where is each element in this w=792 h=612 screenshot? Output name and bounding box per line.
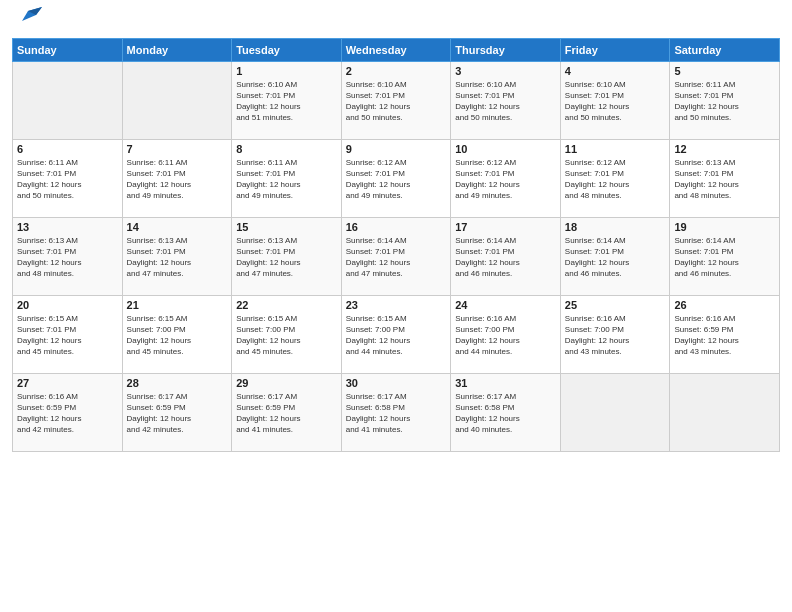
header-cell-wednesday: Wednesday <box>341 38 451 61</box>
day-cell: 26Sunrise: 6:16 AM Sunset: 6:59 PM Dayli… <box>670 295 780 373</box>
day-cell: 21Sunrise: 6:15 AM Sunset: 7:00 PM Dayli… <box>122 295 232 373</box>
day-number: 7 <box>127 143 228 155</box>
day-info: Sunrise: 6:11 AM Sunset: 7:01 PM Dayligh… <box>127 157 228 202</box>
day-number: 12 <box>674 143 775 155</box>
header-cell-sunday: Sunday <box>13 38 123 61</box>
day-number: 25 <box>565 299 666 311</box>
day-number: 20 <box>17 299 118 311</box>
header <box>12 10 780 30</box>
day-number: 3 <box>455 65 556 77</box>
day-info: Sunrise: 6:13 AM Sunset: 7:01 PM Dayligh… <box>17 235 118 280</box>
week-row-1: 1Sunrise: 6:10 AM Sunset: 7:01 PM Daylig… <box>13 61 780 139</box>
header-cell-thursday: Thursday <box>451 38 561 61</box>
logo-icon <box>14 1 42 29</box>
day-info: Sunrise: 6:15 AM Sunset: 7:00 PM Dayligh… <box>127 313 228 358</box>
day-number: 2 <box>346 65 447 77</box>
day-info: Sunrise: 6:14 AM Sunset: 7:01 PM Dayligh… <box>674 235 775 280</box>
page: SundayMondayTuesdayWednesdayThursdayFrid… <box>0 0 792 612</box>
day-info: Sunrise: 6:14 AM Sunset: 7:01 PM Dayligh… <box>455 235 556 280</box>
day-number: 1 <box>236 65 337 77</box>
day-number: 16 <box>346 221 447 233</box>
day-cell: 6Sunrise: 6:11 AM Sunset: 7:01 PM Daylig… <box>13 139 123 217</box>
header-row: SundayMondayTuesdayWednesdayThursdayFrid… <box>13 38 780 61</box>
day-info: Sunrise: 6:16 AM Sunset: 6:59 PM Dayligh… <box>17 391 118 436</box>
day-info: Sunrise: 6:17 AM Sunset: 6:58 PM Dayligh… <box>455 391 556 436</box>
day-number: 13 <box>17 221 118 233</box>
day-cell: 10Sunrise: 6:12 AM Sunset: 7:01 PM Dayli… <box>451 139 561 217</box>
day-number: 29 <box>236 377 337 389</box>
day-number: 19 <box>674 221 775 233</box>
day-cell: 8Sunrise: 6:11 AM Sunset: 7:01 PM Daylig… <box>232 139 342 217</box>
week-row-3: 13Sunrise: 6:13 AM Sunset: 7:01 PM Dayli… <box>13 217 780 295</box>
day-info: Sunrise: 6:10 AM Sunset: 7:01 PM Dayligh… <box>565 79 666 124</box>
day-cell: 9Sunrise: 6:12 AM Sunset: 7:01 PM Daylig… <box>341 139 451 217</box>
day-info: Sunrise: 6:17 AM Sunset: 6:58 PM Dayligh… <box>346 391 447 436</box>
day-number: 18 <box>565 221 666 233</box>
day-cell: 5Sunrise: 6:11 AM Sunset: 7:01 PM Daylig… <box>670 61 780 139</box>
day-number: 9 <box>346 143 447 155</box>
day-info: Sunrise: 6:12 AM Sunset: 7:01 PM Dayligh… <box>565 157 666 202</box>
day-cell <box>560 373 670 451</box>
day-number: 11 <box>565 143 666 155</box>
day-number: 22 <box>236 299 337 311</box>
header-cell-friday: Friday <box>560 38 670 61</box>
day-cell: 3Sunrise: 6:10 AM Sunset: 7:01 PM Daylig… <box>451 61 561 139</box>
day-info: Sunrise: 6:11 AM Sunset: 7:01 PM Dayligh… <box>236 157 337 202</box>
day-info: Sunrise: 6:10 AM Sunset: 7:01 PM Dayligh… <box>346 79 447 124</box>
day-info: Sunrise: 6:15 AM Sunset: 7:01 PM Dayligh… <box>17 313 118 358</box>
day-number: 5 <box>674 65 775 77</box>
header-cell-saturday: Saturday <box>670 38 780 61</box>
day-cell: 29Sunrise: 6:17 AM Sunset: 6:59 PM Dayli… <box>232 373 342 451</box>
day-cell: 12Sunrise: 6:13 AM Sunset: 7:01 PM Dayli… <box>670 139 780 217</box>
day-number: 8 <box>236 143 337 155</box>
day-number: 6 <box>17 143 118 155</box>
day-number: 26 <box>674 299 775 311</box>
day-info: Sunrise: 6:11 AM Sunset: 7:01 PM Dayligh… <box>17 157 118 202</box>
day-info: Sunrise: 6:13 AM Sunset: 7:01 PM Dayligh… <box>236 235 337 280</box>
day-info: Sunrise: 6:14 AM Sunset: 7:01 PM Dayligh… <box>565 235 666 280</box>
day-cell <box>122 61 232 139</box>
day-cell: 2Sunrise: 6:10 AM Sunset: 7:01 PM Daylig… <box>341 61 451 139</box>
day-cell: 14Sunrise: 6:13 AM Sunset: 7:01 PM Dayli… <box>122 217 232 295</box>
week-row-2: 6Sunrise: 6:11 AM Sunset: 7:01 PM Daylig… <box>13 139 780 217</box>
day-info: Sunrise: 6:10 AM Sunset: 7:01 PM Dayligh… <box>236 79 337 124</box>
day-cell: 18Sunrise: 6:14 AM Sunset: 7:01 PM Dayli… <box>560 217 670 295</box>
day-info: Sunrise: 6:12 AM Sunset: 7:01 PM Dayligh… <box>455 157 556 202</box>
day-info: Sunrise: 6:15 AM Sunset: 7:00 PM Dayligh… <box>236 313 337 358</box>
day-info: Sunrise: 6:12 AM Sunset: 7:01 PM Dayligh… <box>346 157 447 202</box>
day-number: 4 <box>565 65 666 77</box>
day-cell: 25Sunrise: 6:16 AM Sunset: 7:00 PM Dayli… <box>560 295 670 373</box>
day-info: Sunrise: 6:16 AM Sunset: 7:00 PM Dayligh… <box>565 313 666 358</box>
day-cell: 4Sunrise: 6:10 AM Sunset: 7:01 PM Daylig… <box>560 61 670 139</box>
day-cell: 28Sunrise: 6:17 AM Sunset: 6:59 PM Dayli… <box>122 373 232 451</box>
day-cell <box>670 373 780 451</box>
day-cell: 11Sunrise: 6:12 AM Sunset: 7:01 PM Dayli… <box>560 139 670 217</box>
day-number: 10 <box>455 143 556 155</box>
day-number: 31 <box>455 377 556 389</box>
day-number: 24 <box>455 299 556 311</box>
day-cell: 17Sunrise: 6:14 AM Sunset: 7:01 PM Dayli… <box>451 217 561 295</box>
day-cell: 7Sunrise: 6:11 AM Sunset: 7:01 PM Daylig… <box>122 139 232 217</box>
day-cell: 24Sunrise: 6:16 AM Sunset: 7:00 PM Dayli… <box>451 295 561 373</box>
day-cell: 13Sunrise: 6:13 AM Sunset: 7:01 PM Dayli… <box>13 217 123 295</box>
day-info: Sunrise: 6:14 AM Sunset: 7:01 PM Dayligh… <box>346 235 447 280</box>
day-number: 23 <box>346 299 447 311</box>
day-cell: 1Sunrise: 6:10 AM Sunset: 7:01 PM Daylig… <box>232 61 342 139</box>
day-cell: 20Sunrise: 6:15 AM Sunset: 7:01 PM Dayli… <box>13 295 123 373</box>
day-info: Sunrise: 6:11 AM Sunset: 7:01 PM Dayligh… <box>674 79 775 124</box>
week-row-5: 27Sunrise: 6:16 AM Sunset: 6:59 PM Dayli… <box>13 373 780 451</box>
day-cell: 16Sunrise: 6:14 AM Sunset: 7:01 PM Dayli… <box>341 217 451 295</box>
day-info: Sunrise: 6:13 AM Sunset: 7:01 PM Dayligh… <box>127 235 228 280</box>
day-number: 14 <box>127 221 228 233</box>
logo <box>12 10 42 30</box>
week-row-4: 20Sunrise: 6:15 AM Sunset: 7:01 PM Dayli… <box>13 295 780 373</box>
day-info: Sunrise: 6:16 AM Sunset: 7:00 PM Dayligh… <box>455 313 556 358</box>
day-number: 17 <box>455 221 556 233</box>
day-cell: 22Sunrise: 6:15 AM Sunset: 7:00 PM Dayli… <box>232 295 342 373</box>
day-info: Sunrise: 6:10 AM Sunset: 7:01 PM Dayligh… <box>455 79 556 124</box>
day-info: Sunrise: 6:13 AM Sunset: 7:01 PM Dayligh… <box>674 157 775 202</box>
day-number: 30 <box>346 377 447 389</box>
day-info: Sunrise: 6:17 AM Sunset: 6:59 PM Dayligh… <box>236 391 337 436</box>
day-cell: 15Sunrise: 6:13 AM Sunset: 7:01 PM Dayli… <box>232 217 342 295</box>
day-cell: 23Sunrise: 6:15 AM Sunset: 7:00 PM Dayli… <box>341 295 451 373</box>
